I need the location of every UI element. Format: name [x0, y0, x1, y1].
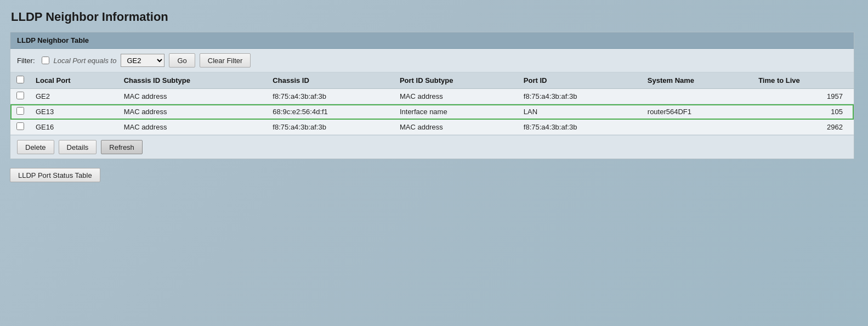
- filter-text: Local Port equals to: [54, 57, 117, 65]
- cell-system-name: router564DF1: [642, 104, 753, 120]
- cell-chassis-id-subtype: MAC address: [118, 89, 268, 104]
- panel-header: LLDP Neighbor Table: [10, 32, 854, 49]
- refresh-button[interactable]: Refresh: [101, 140, 143, 154]
- col-system-name: System Name: [642, 72, 753, 89]
- cell-port-id: f8:75:a4:3b:af:3b: [518, 89, 642, 104]
- cell-port-id-subtype: MAC address: [394, 120, 518, 135]
- details-button[interactable]: Details: [59, 140, 97, 154]
- col-local-port: Local Port: [30, 72, 118, 89]
- row-checkbox-cell: [10, 120, 30, 135]
- cell-port-id-subtype: Interface name: [394, 104, 518, 120]
- cell-chassis-id: 68:9c:e2:56:4d:f1: [267, 104, 394, 120]
- cell-local-port: GE13: [30, 104, 118, 120]
- cell-chassis-id-subtype: MAC address: [118, 120, 268, 135]
- bottom-section: LLDP Port Status Table: [10, 168, 858, 182]
- row-checkbox-cell: [10, 104, 30, 120]
- filter-checkbox[interactable]: [42, 57, 49, 64]
- filter-label: Filter:: [17, 57, 35, 65]
- neighbor-table: Local Port Chassis ID Subtype Chassis ID…: [10, 72, 854, 135]
- cell-chassis-id-subtype: MAC address: [118, 104, 268, 120]
- action-bar: Delete Details Refresh: [10, 135, 854, 159]
- col-chassis-id: Chassis ID: [267, 72, 394, 89]
- col-port-id: Port ID: [518, 72, 642, 89]
- col-time-to-live: Time to Live: [753, 72, 854, 89]
- table-header-row: Local Port Chassis ID Subtype Chassis ID…: [10, 72, 854, 89]
- col-chassis-id-subtype: Chassis ID Subtype: [118, 72, 268, 89]
- cell-port-id-subtype: MAC address: [394, 89, 518, 104]
- cell-time-to-live: 105: [753, 104, 854, 120]
- row-checkbox[interactable]: [16, 92, 24, 99]
- clear-filter-button[interactable]: Clear Filter: [200, 53, 251, 68]
- go-button[interactable]: Go: [169, 53, 195, 68]
- delete-button[interactable]: Delete: [17, 140, 54, 154]
- filter-bar: Filter: Local Port equals to GE2 GE13 GE…: [10, 49, 854, 72]
- col-checkbox: [10, 72, 30, 89]
- table-row[interactable]: GE13MAC address68:9c:e2:56:4d:f1Interfac…: [10, 104, 854, 120]
- cell-chassis-id: f8:75:a4:3b:af:3b: [267, 120, 394, 135]
- col-port-id-subtype: Port ID Subtype: [394, 72, 518, 89]
- page-title: LLDP Neighbor Information: [10, 10, 858, 24]
- cell-time-to-live: 1957: [753, 89, 854, 104]
- cell-chassis-id: f8:75:a4:3b:af:3b: [267, 89, 394, 104]
- cell-time-to-live: 2962: [753, 120, 854, 135]
- table-row[interactable]: GE2MAC addressf8:75:a4:3b:af:3bMAC addre…: [10, 89, 854, 104]
- cell-system-name: [642, 89, 753, 104]
- cell-port-id: f8:75:a4:3b:af:3b: [518, 120, 642, 135]
- table-row[interactable]: GE16MAC addressf8:75:a4:3b:af:3bMAC addr…: [10, 120, 854, 135]
- row-checkbox-cell: [10, 89, 30, 104]
- port-status-table-button[interactable]: LLDP Port Status Table: [10, 168, 100, 182]
- filter-select[interactable]: GE2 GE13 GE16: [121, 54, 164, 67]
- cell-local-port: GE16: [30, 120, 118, 135]
- select-all-checkbox[interactable]: [16, 76, 24, 83]
- lldp-panel: LLDP Neighbor Table Filter: Local Port e…: [10, 32, 854, 159]
- cell-local-port: GE2: [30, 89, 118, 104]
- row-checkbox[interactable]: [16, 107, 24, 115]
- cell-system-name: [642, 120, 753, 135]
- row-checkbox[interactable]: [16, 122, 24, 130]
- cell-port-id: LAN: [518, 104, 642, 120]
